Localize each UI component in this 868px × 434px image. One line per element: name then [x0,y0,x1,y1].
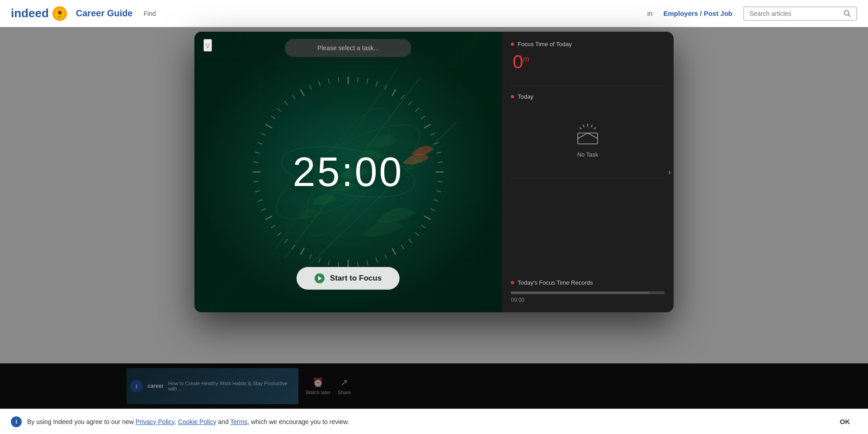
records-section: Today's Focus Time Records 09:00 [511,279,665,303]
records-red-dot [511,281,514,284]
today-red-dot [511,95,514,98]
start-focus-button[interactable]: Start to Focus [297,267,400,290]
search-icon [844,10,851,17]
svg-line-13 [392,90,396,95]
svg-line-37 [358,262,358,267]
modal-overlay: ∨ Please select a task... 25:00 [0,27,868,434]
svg-line-49 [261,209,265,210]
cookie-info-icon: i [11,416,22,427]
svg-line-32 [401,245,404,249]
svg-line-9 [358,77,358,82]
indeed-header: indeed 🌻 Career Guide Find in Employers … [0,0,868,27]
privacy-policy-link[interactable]: Privacy Policy [136,418,175,425]
cookie-text-suffix: , which we encourage you to review. [247,418,349,425]
cookie-and: and [216,418,230,425]
svg-line-46 [278,233,281,236]
no-task-label: No Task [577,151,599,158]
svg-line-52 [254,181,258,182]
expand-button[interactable]: › [668,167,671,177]
svg-line-60 [278,109,281,112]
collapse-button[interactable]: ∨ [203,39,212,52]
indeed-logo-text: indeed [11,6,49,20]
sign-in-link[interactable]: in [647,10,653,17]
svg-line-14 [401,95,404,99]
cookie-banner: i By using Indeed you agree to our new P… [0,409,868,434]
svg-line-61 [285,101,288,105]
svg-line-28 [425,216,430,220]
divider-2 [511,178,665,178]
svg-line-30 [415,233,419,236]
svg-line-27 [431,209,435,210]
svg-line-26 [434,200,439,201]
svg-line-24 [438,181,443,182]
svg-line-11 [376,81,377,86]
focus-left-panel: ∨ Please select a task... 25:00 [194,32,502,312]
svg-line-66 [328,79,329,84]
svg-line-40 [328,261,329,265]
svg-line-39 [338,262,339,267]
svg-line-25 [437,191,441,192]
header-right: in Employers / Post Job [647,6,857,21]
records-bar-background [511,291,665,294]
svg-line-1 [849,14,850,16]
play-icon [315,273,325,283]
svg-line-67 [338,77,339,82]
focus-time-red-dot [511,43,514,46]
start-button-label: Start to Focus [330,274,382,283]
today-label: Today [518,93,533,100]
svg-line-55 [255,152,260,153]
svg-line-12 [385,85,387,89]
svg-line-63 [301,90,304,95]
svg-line-34 [385,255,387,259]
cookie-text-prefix: By using Indeed you agree to our new [27,418,136,425]
svg-line-31 [409,239,412,243]
focus-right-panel: Focus Time of Today 0m Today [502,32,674,312]
cookie-ok-button[interactable]: OK [833,414,858,429]
records-time: 09:00 [511,297,665,303]
svg-line-64 [310,85,311,89]
svg-line-16 [415,109,419,112]
svg-line-19 [431,134,435,135]
svg-line-59 [271,116,275,119]
search-input[interactable] [750,10,840,17]
svg-rect-68 [578,133,598,144]
search-box[interactable] [743,6,857,21]
focus-time-section-label: Focus Time of Today [511,41,665,48]
svg-line-15 [409,101,412,105]
svg-line-18 [425,124,430,128]
svg-line-47 [271,225,275,228]
svg-line-10 [367,79,368,84]
cookie-policy-link[interactable]: Cookie Policy [178,418,217,425]
svg-line-48 [266,216,272,220]
cookie-comma: , [175,418,178,425]
svg-line-33 [392,248,396,254]
records-label: Today's Focus Time Records [518,279,593,286]
svg-line-21 [437,152,441,153]
focus-time-value: 0m [511,51,665,73]
no-task-area: No Task [511,104,665,176]
svg-line-35 [376,258,377,262]
svg-line-17 [421,116,425,119]
svg-line-56 [258,143,262,144]
svg-line-58 [266,124,272,128]
svg-line-22 [438,162,443,162]
task-selector[interactable]: Please select a task... [285,39,411,57]
collapse-icon: ∨ [204,40,211,50]
svg-line-71 [591,125,592,127]
page-body: ∨ Please select a task... 25:00 [0,27,868,434]
svg-line-42 [310,255,311,259]
svg-line-29 [421,225,425,228]
svg-line-50 [258,200,262,201]
inbox-rays-svg [576,122,599,146]
focus-time-label: Focus Time of Today [518,41,572,48]
focus-modal: ∨ Please select a task... 25:00 [194,32,674,312]
flower-icon: 🌻 [52,6,67,21]
play-triangle [318,276,322,281]
post-job-link[interactable]: Employers / Post Job [663,10,732,17]
svg-line-43 [301,248,304,254]
svg-line-36 [367,261,368,265]
svg-line-41 [319,258,320,262]
terms-link[interactable]: Terms [230,418,247,425]
svg-line-57 [261,134,265,135]
svg-line-20 [434,143,439,144]
